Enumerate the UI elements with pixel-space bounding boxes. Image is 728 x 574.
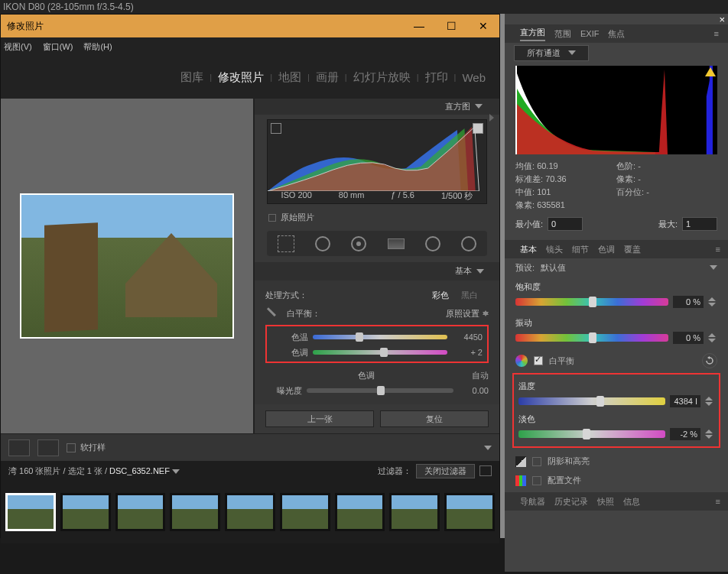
tab-basic[interactable]: 基本 <box>520 244 537 255</box>
host-histogram[interactable] <box>515 66 717 154</box>
tab-history[interactable]: 历史记录 <box>554 496 588 508</box>
temp-slider[interactable] <box>313 335 447 339</box>
toggle-color[interactable]: 彩色 <box>426 288 455 303</box>
chevron-down-icon[interactable] <box>172 469 180 474</box>
temperature-slider[interactable] <box>518 397 665 405</box>
prev-button[interactable]: 上一张 <box>265 410 374 427</box>
preset-select[interactable]: 默认值 <box>541 262 710 274</box>
tab-exif[interactable]: EXIF <box>580 29 599 38</box>
menu-icon[interactable]: ≡ <box>716 497 720 506</box>
exposure-slider[interactable] <box>307 388 453 393</box>
checkbox-icon[interactable] <box>532 457 541 466</box>
crop-tool-icon[interactable] <box>278 235 294 252</box>
radial-tool-icon[interactable] <box>425 236 440 251</box>
color-bw-toggle[interactable]: 彩色 黑白 <box>426 288 484 303</box>
temperature-value[interactable]: 4384 I <box>670 395 700 407</box>
tab-info[interactable]: 信息 <box>623 496 640 508</box>
spinner[interactable] <box>705 397 714 406</box>
minimize-button[interactable]: — <box>403 15 435 37</box>
lr-histogram[interactable]: ISO 200 80 mm ƒ / 5.6 1/500 秒 <box>267 119 487 205</box>
auto-button[interactable]: 自动 <box>472 370 489 381</box>
checkbox-icon[interactable] <box>532 476 541 485</box>
loupe-view-icon[interactable] <box>8 439 30 456</box>
tab-overlay[interactable]: 覆盖 <box>624 244 641 255</box>
wb-checkbox[interactable] <box>534 356 543 365</box>
histogram-header[interactable]: 直方图 <box>255 99 499 115</box>
wb-select[interactable]: 原照设置 <box>446 308 489 319</box>
module-slideshow[interactable]: 幻灯片放映 <box>353 70 411 85</box>
menu-icon[interactable]: ≡ <box>714 29 719 38</box>
profile-row[interactable]: 配置文件 <box>515 475 717 486</box>
vibrance-slider[interactable] <box>515 334 668 342</box>
module-web[interactable]: Web <box>462 71 486 84</box>
spinner[interactable] <box>705 430 714 439</box>
thumbnail[interactable] <box>5 493 56 531</box>
thumbnail[interactable] <box>115 493 166 531</box>
exposure-value[interactable]: 0.00 <box>458 386 489 395</box>
tab-lens[interactable]: 镜头 <box>546 244 563 255</box>
temperature-label: 温度 <box>518 381 714 392</box>
shadows-row[interactable]: 阴影和高亮 <box>515 456 717 467</box>
gradient-tool-icon[interactable] <box>388 238 405 249</box>
tab-detail[interactable]: 细节 <box>572 244 589 255</box>
menu-help[interactable]: 帮助(H) <box>83 41 112 53</box>
tab-histogram[interactable]: 直方图 <box>520 27 545 41</box>
reset-button[interactable]: 复位 <box>380 410 489 427</box>
maximize-button[interactable]: ☐ <box>435 15 467 37</box>
menu-window[interactable]: 窗口(W) <box>43 41 73 53</box>
tab-range[interactable]: 范围 <box>554 28 571 40</box>
spinner[interactable] <box>708 333 717 342</box>
toolbar-menu-icon[interactable] <box>484 446 492 450</box>
filter-lock-icon[interactable] <box>479 465 492 476</box>
tint-slider[interactable] <box>518 430 665 438</box>
temp-value[interactable]: 4450 <box>452 332 483 342</box>
module-library[interactable]: 图库 <box>180 70 203 85</box>
min-input[interactable] <box>548 217 583 231</box>
tint-slider[interactable] <box>313 350 447 355</box>
menu-icon[interactable]: ≡ <box>716 245 720 254</box>
thumbnail[interactable] <box>389 493 440 531</box>
panel-expand-right[interactable] <box>489 114 498 123</box>
before-after-icon[interactable] <box>37 439 59 456</box>
saturation-value[interactable]: 0 % <box>673 296 704 308</box>
toggle-bw[interactable]: 黑白 <box>455 288 484 303</box>
tint-value[interactable]: + 2 <box>452 348 483 357</box>
module-develop[interactable]: 修改照片 <box>218 70 264 85</box>
menu-view[interactable]: 视图(V) <box>4 41 32 53</box>
spinner[interactable] <box>708 297 717 306</box>
channel-select[interactable]: 所有通道 <box>514 45 589 61</box>
brush-tool-icon[interactable] <box>461 236 476 251</box>
preview-pane[interactable] <box>1 99 253 433</box>
raw-toggle[interactable]: 原始照片 <box>255 209 499 226</box>
tab-snapshot[interactable]: 快照 <box>597 496 614 508</box>
max-input[interactable] <box>682 217 717 231</box>
redeye-tool-icon[interactable] <box>351 236 366 251</box>
filmstrip[interactable] <box>1 481 499 543</box>
module-print[interactable]: 打印 <box>425 70 448 85</box>
tint-value[interactable]: -2 % <box>670 428 700 440</box>
tab-tone[interactable]: 色调 <box>598 244 615 255</box>
spot-tool-icon[interactable] <box>315 236 330 251</box>
close-icon[interactable]: × <box>719 14 725 24</box>
tone-label: 色调 <box>265 370 467 381</box>
module-map[interactable]: 地图 <box>278 70 301 85</box>
thumbnail[interactable] <box>170 493 220 531</box>
basic-header[interactable]: 基本 <box>255 262 499 281</box>
tab-focus[interactable]: 焦点 <box>608 28 625 40</box>
module-book[interactable]: 画册 <box>316 70 339 85</box>
filter-select[interactable]: 关闭过滤器 <box>416 464 475 478</box>
saturation-slider[interactable] <box>515 298 668 306</box>
close-button[interactable]: ✕ <box>467 15 499 37</box>
thumbnail[interactable] <box>444 493 495 531</box>
tab-navigator[interactable]: 导航器 <box>520 496 545 508</box>
wb-section-header: 白平衡 <box>515 353 717 368</box>
soft-proof-toggle[interactable]: 软打样 <box>67 442 106 453</box>
thumbnail[interactable] <box>335 493 385 531</box>
vibrance-value[interactable]: 0 % <box>673 332 704 344</box>
reset-icon[interactable] <box>702 353 717 368</box>
thumbnail[interactable] <box>60 493 111 531</box>
thumbnail[interactable] <box>225 493 275 531</box>
eyedropper-icon[interactable] <box>262 303 281 323</box>
thumbnail[interactable] <box>280 493 330 531</box>
chevron-down-icon[interactable] <box>710 265 717 270</box>
